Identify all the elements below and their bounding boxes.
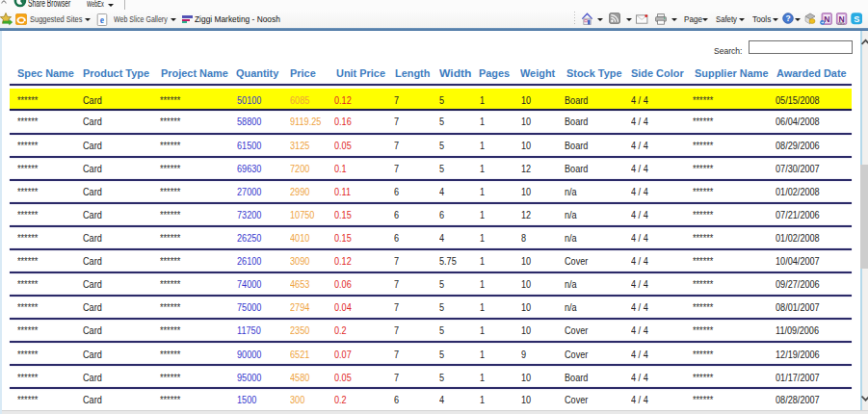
svg-text:?: ? bbox=[785, 13, 790, 23]
svg-text:N: N bbox=[824, 14, 829, 24]
svg-text:S: S bbox=[854, 14, 859, 24]
svg-text:e: e bbox=[100, 15, 104, 25]
